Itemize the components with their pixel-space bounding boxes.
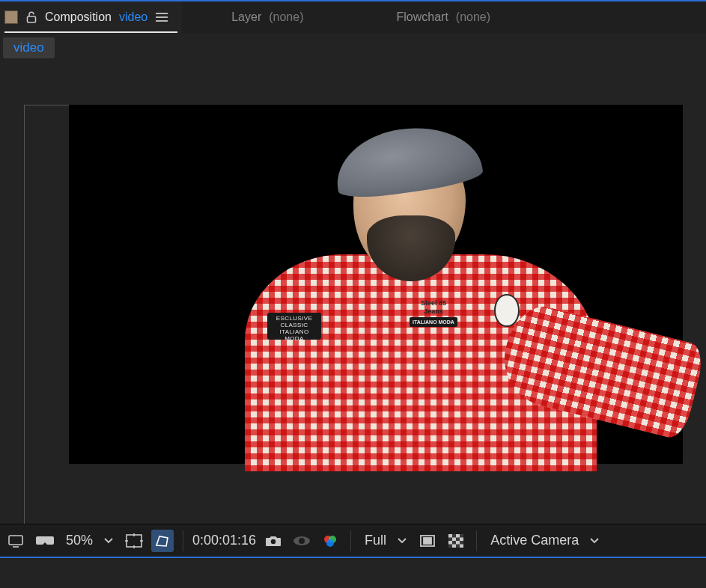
svg-point-10: [271, 539, 276, 543]
svg-rect-22: [460, 537, 463, 541]
current-timecode[interactable]: 0:00:01:16: [192, 533, 256, 548]
toolbar-divider: [350, 530, 351, 551]
tab-flowchart-label: Flowchart: [396, 10, 448, 24]
shirt-patch-right: Steel 85 Jeans ITALIANO MODA: [406, 299, 461, 341]
zoom-dropdown[interactable]: 50%: [61, 533, 117, 548]
svg-rect-23: [448, 541, 452, 545]
tab-layer-none: (none): [269, 10, 303, 24]
tab-flowchart-none: (none): [456, 10, 490, 24]
svg-point-15: [326, 539, 334, 547]
vr-goggles-icon[interactable]: [33, 530, 55, 552]
svg-rect-26: [460, 544, 463, 548]
svg-rect-25: [452, 544, 456, 548]
show-snapshot-icon[interactable]: [290, 530, 313, 552]
svg-rect-20: [456, 534, 460, 538]
shirt-patch-left: ESCLUSIVE CLASSIC ITALIANO MODA: [267, 313, 321, 340]
svg-rect-24: [456, 541, 460, 545]
region-of-interest-icon[interactable]: [416, 530, 439, 552]
chevron-down-icon: [100, 537, 117, 545]
snapshot-icon[interactable]: [262, 530, 284, 552]
chevron-down-icon: [586, 537, 603, 545]
resolution-dropdown[interactable]: Full: [360, 533, 410, 548]
tab-composition-label: Composition: [45, 10, 112, 24]
panel-menu-icon[interactable]: [155, 12, 168, 22]
svg-rect-19: [448, 534, 452, 538]
unlock-icon[interactable]: [25, 10, 37, 24]
transparency-grid-icon[interactable]: [445, 530, 467, 552]
toolbar-divider: [183, 530, 183, 551]
svg-rect-0: [28, 16, 36, 22]
breadcrumb-item[interactable]: video: [3, 37, 55, 58]
svg-rect-17: [424, 538, 431, 544]
composition-breadcrumb-bar: video: [0, 33, 706, 63]
tab-composition-name: video: [119, 10, 147, 24]
camera-view-value: Active Camera: [486, 533, 583, 548]
channels-icon[interactable]: [319, 530, 341, 552]
panel-footer-area: [0, 558, 706, 588]
safe-zones-icon[interactable]: [123, 530, 145, 552]
shirt-arm-badge: [494, 294, 520, 327]
resolution-value: Full: [360, 533, 391, 548]
toolbar-divider: [476, 530, 477, 551]
camera-view-dropdown[interactable]: Active Camera: [486, 533, 603, 548]
composition-viewer[interactable]: ESCLUSIVE CLASSIC ITALIANO MODA Steel 85…: [0, 63, 706, 524]
svg-rect-4: [9, 536, 22, 545]
svg-rect-5: [127, 535, 141, 547]
panel-tabstrip: Composition video Layer (none) Flowchart…: [0, 0, 706, 33]
tab-flowchart[interactable]: Flowchart (none): [392, 1, 504, 33]
composition-canvas[interactable]: ESCLUSIVE CLASSIC ITALIANO MODA Steel 85…: [69, 105, 683, 464]
tab-layer[interactable]: Layer (none): [227, 1, 317, 33]
chevron-down-icon: [394, 537, 410, 545]
composition-swatch-icon: [4, 10, 18, 24]
always-preview-icon[interactable]: [4, 530, 27, 552]
zoom-value: 50%: [61, 533, 97, 548]
svg-rect-21: [452, 537, 456, 541]
svg-point-12: [299, 538, 305, 544]
tab-layer-label: Layer: [231, 10, 261, 24]
footage-cutout: ESCLUSIVE CLASSIC ITALIANO MODA Steel 85…: [181, 127, 690, 464]
viewer-toolbar: 50% 0:00:01:16: [0, 524, 706, 558]
mask-visibility-icon[interactable]: [151, 530, 174, 552]
tab-composition[interactable]: Composition video: [0, 1, 182, 33]
